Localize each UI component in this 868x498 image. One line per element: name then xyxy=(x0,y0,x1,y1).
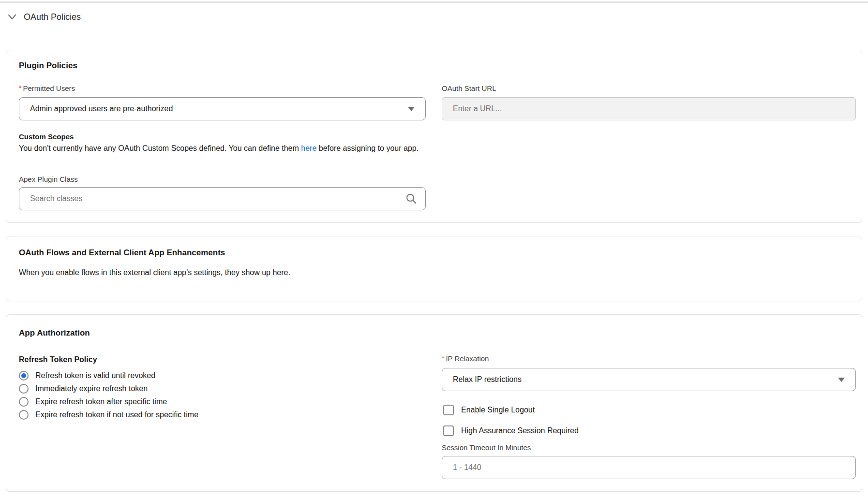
radio-label: Expire refresh token if not used for spe… xyxy=(35,410,198,419)
section-title: OAuth Policies xyxy=(24,12,81,22)
checkbox-label: Enable Single Logout xyxy=(461,406,535,414)
radio-button-icon[interactable] xyxy=(19,384,29,394)
radio-button-icon[interactable] xyxy=(19,410,29,420)
section-top-divider xyxy=(0,1,868,3)
oauth-start-url-input xyxy=(442,97,856,120)
radio-label: Expire refresh token after specific time xyxy=(35,397,167,406)
oauth-flows-card: OAuth Flows and External Client App Enha… xyxy=(6,236,862,301)
apex-plugin-class-search-input[interactable] xyxy=(19,187,426,210)
custom-scopes-here-link[interactable]: here xyxy=(301,144,316,152)
radio-immediately-expire-refresh-token[interactable]: Immediately expire refresh token xyxy=(19,384,148,394)
oauth-flows-description: When you enable flows in this external c… xyxy=(19,268,290,277)
ip-relaxation-label: *IP Relaxation xyxy=(442,354,489,363)
ip-relaxation-value: Relax IP restrictions xyxy=(453,375,522,384)
custom-scopes-heading: Custom Scopes xyxy=(19,132,74,141)
checkbox-icon[interactable] xyxy=(443,425,454,436)
radio-expire-refresh-token-after-time[interactable]: Expire refresh token after specific time xyxy=(19,397,167,407)
radio-label: Immediately expire refresh token xyxy=(35,384,148,393)
dropdown-arrow-icon xyxy=(408,107,415,111)
plugin-policies-card: Plugin Policies *Permitted Users Admin a… xyxy=(6,50,862,223)
custom-scopes-text: You don't currently have any OAuth Custo… xyxy=(19,144,419,153)
checkbox-icon[interactable] xyxy=(443,405,454,415)
required-asterisk: * xyxy=(442,354,444,362)
permitted-users-dropdown[interactable]: Admin approved users are pre-authorized xyxy=(19,97,426,120)
oauth-flows-heading: OAuth Flows and External Client App Enha… xyxy=(19,248,225,258)
radio-refresh-token-valid-until-revoked[interactable]: Refresh token is valid until revoked xyxy=(19,371,155,381)
ip-relaxation-dropdown[interactable]: Relax IP restrictions xyxy=(442,368,856,391)
dropdown-arrow-icon xyxy=(838,378,845,382)
oauth-start-url-label: OAuth Start URL xyxy=(442,84,496,92)
checkbox-label: High Assurance Session Required xyxy=(461,426,579,435)
enable-single-logout-checkbox-row[interactable]: Enable Single Logout xyxy=(443,405,535,415)
oauth-policies-section-header[interactable]: OAuth Policies xyxy=(7,12,81,22)
session-timeout-label: Session Timeout In Minutes xyxy=(442,443,531,452)
permitted-users-value: Admin approved users are pre-authorized xyxy=(30,104,173,113)
app-authorization-card: App Authorization Refresh Token Policy R… xyxy=(6,314,862,492)
required-asterisk: * xyxy=(19,84,21,92)
radio-button-icon[interactable] xyxy=(19,371,29,381)
high-assurance-session-checkbox-row[interactable]: High Assurance Session Required xyxy=(443,425,579,436)
radio-expire-refresh-token-if-not-used[interactable]: Expire refresh token if not used for spe… xyxy=(19,410,198,420)
radio-button-icon[interactable] xyxy=(19,397,29,407)
session-timeout-input[interactable] xyxy=(442,456,856,479)
radio-label: Refresh token is valid until revoked xyxy=(35,371,155,380)
app-authorization-heading: App Authorization xyxy=(19,328,90,338)
apex-plugin-class-label: Apex Plugin Class xyxy=(19,175,78,183)
refresh-token-policy-label: Refresh Token Policy xyxy=(19,355,97,364)
chevron-down-icon[interactable] xyxy=(7,12,17,22)
plugin-policies-heading: Plugin Policies xyxy=(19,61,77,71)
permitted-users-label: *Permitted Users xyxy=(19,84,75,92)
